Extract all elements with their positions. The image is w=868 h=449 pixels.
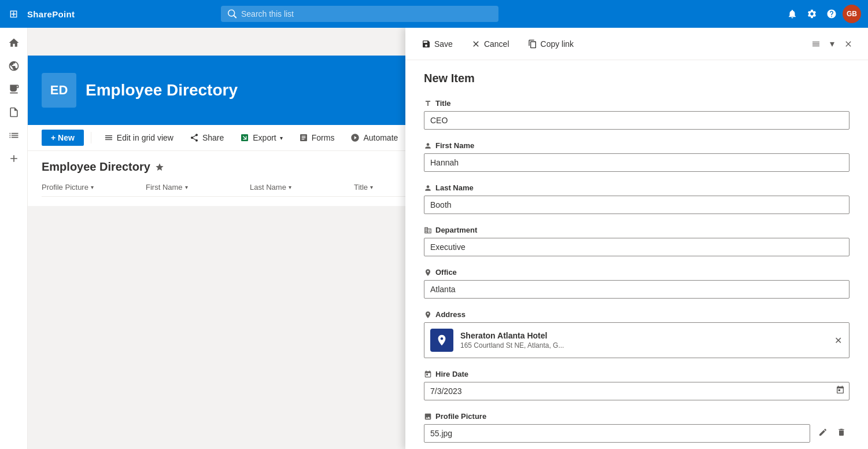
address-field: Sheraton Atlanta Hotel 165 Courtland St … [424,322,849,358]
department-input[interactable] [424,238,849,256]
gear-icon [807,9,817,19]
notification-icon [787,9,797,19]
hire-date-input[interactable] [424,382,849,400]
field-icon-hire-date [424,370,432,378]
cancel-button[interactable]: Cancel [467,37,514,51]
col-sort-lastname-icon: ▾ [289,184,291,190]
profile-picture-field [424,424,849,443]
link-icon [528,39,537,49]
panel-title: New Item [424,72,849,85]
site-title: Employee Directory [86,81,238,100]
export-chevron-icon: ▾ [280,135,283,141]
address-place-sub: 165 Courtland St NE, Atlanta, G... [460,341,826,349]
col-header-first-name[interactable]: First Name ▾ [146,183,250,192]
field-label-address: Address [424,310,849,319]
sidebar-item-home[interactable] [3,32,24,53]
calendar-button[interactable] [836,385,845,397]
sidebar-item-globe[interactable] [3,56,24,76]
edit-grid-button[interactable]: Edit in grid view [98,130,179,146]
copy-link-button[interactable]: Copy link [523,37,579,51]
first-name-input[interactable] [424,153,849,172]
profile-picture-edit-button[interactable] [815,424,831,443]
sidebar-item-lists[interactable] [3,125,24,146]
forms-button[interactable]: Forms [293,130,341,146]
last-name-input[interactable] [424,196,849,214]
search-bar [221,6,498,22]
export-button[interactable]: Export ▾ [234,130,288,146]
col-header-last-name[interactable]: Last Name ▾ [250,183,354,192]
title-input[interactable] [424,111,849,130]
hire-date-wrapper [424,382,849,400]
field-label-hire-date: Hire Date [424,370,849,378]
calendar-icon [836,385,845,395]
panel-header-right: ▾ [808,35,856,53]
field-profile-picture: Profile Picture [424,412,849,443]
automate-button[interactable]: Automate [345,130,404,146]
panel-view-toggle-button[interactable] [808,36,824,52]
panel-body: New Item Title First Name Last Name [405,60,868,449]
automate-icon [350,133,360,142]
panel-close-button[interactable] [840,36,856,52]
field-label-title: Title [424,99,849,108]
field-icon-profile-picture [424,413,432,421]
field-label-office: Office [424,268,849,277]
field-icon-lastname [424,184,432,192]
sidebar-item-add[interactable] [3,148,24,169]
panel-chevron-icon: ▾ [830,38,834,49]
waffle-icon[interactable]: ⊞ [7,5,20,23]
panel-header: Save Cancel Copy link ▾ [405,28,868,60]
profile-picture-actions [815,424,849,443]
share-button[interactable]: Share [184,130,230,146]
field-first-name: First Name [424,141,849,172]
address-text: Sheraton Atlanta Hotel 165 Courtland St … [460,331,826,349]
profile-picture-delete-button[interactable] [833,424,849,443]
address-clear-button[interactable]: ✕ [833,334,843,347]
new-button[interactable]: + New [42,130,84,146]
top-nav-bar: ⊞ SharePoint GB [0,0,868,28]
field-address: Address Sheraton Atlanta Hotel 165 Court… [424,310,849,358]
profile-picture-input[interactable] [424,424,810,443]
settings-button[interactable] [803,5,821,23]
col-sort-title-icon: ▾ [370,184,373,190]
help-icon [826,9,837,19]
save-icon [422,39,431,49]
left-sidebar [0,28,28,449]
field-title: Title [424,99,849,130]
search-icon [228,9,237,19]
star-icon[interactable] [155,163,164,172]
view-toggle-icon [811,39,821,49]
field-icon-title [424,100,432,108]
sidebar-item-news[interactable] [3,79,24,100]
site-logo: ED [42,73,76,108]
new-item-panel: Save Cancel Copy link ▾ New Item [405,28,868,449]
field-label-profile-picture: Profile Picture [424,412,849,421]
address-place-name: Sheraton Atlanta Hotel [460,331,826,340]
delete-icon [837,428,846,437]
search-input[interactable] [241,9,492,19]
forms-icon [299,133,308,142]
help-button[interactable] [823,5,840,23]
col-sort-firstname-icon: ▾ [185,184,188,190]
field-office: Office [424,268,849,299]
field-hire-date: Hire Date [424,370,849,400]
save-button[interactable]: Save [417,37,457,51]
field-icon-department [424,226,432,234]
field-label-last-name: Last Name [424,183,849,192]
nav-icons: GB [784,5,861,23]
edit-icon [818,428,828,437]
close-icon [844,39,853,49]
notification-button[interactable] [784,5,801,23]
cancel-icon [471,39,481,49]
edit-grid-icon [104,133,113,142]
col-header-profile-picture[interactable]: Profile Picture ▾ [42,183,146,192]
field-icon-office [424,268,432,277]
panel-dropdown-button[interactable]: ▾ [826,35,838,53]
field-icon-address [424,311,432,319]
list-title: Employee Directory [42,160,150,174]
sidebar-item-pages[interactable] [3,102,24,123]
office-input[interactable] [424,280,849,299]
user-avatar[interactable]: GB [843,5,861,23]
export-icon [240,133,249,142]
field-label-department: Department [424,226,849,234]
toolbar-separator-1 [91,132,91,143]
